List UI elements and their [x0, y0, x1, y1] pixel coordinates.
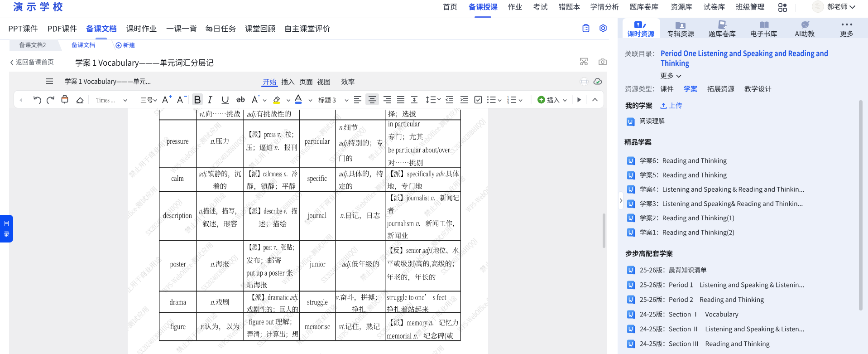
- svg-text:3: 3: [507, 102, 509, 105]
- svg-text:1: 1: [507, 96, 509, 99]
